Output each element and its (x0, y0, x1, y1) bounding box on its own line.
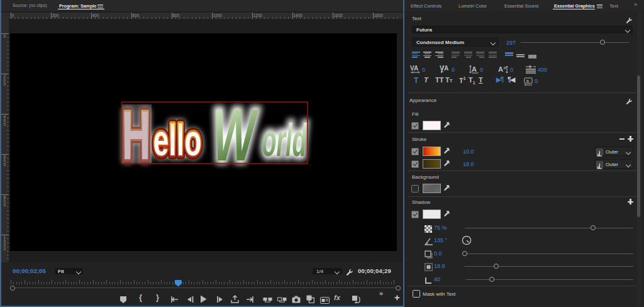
svg-text:a: a (504, 65, 506, 70)
svg-text:A: A (498, 65, 503, 73)
svg-text:A: A (472, 65, 477, 73)
svg-text:A: A (444, 65, 448, 72)
svg-text:ello: ello (153, 116, 202, 165)
svg-text:orld: orld (262, 114, 308, 165)
svg-text:VA: VA (410, 65, 418, 72)
